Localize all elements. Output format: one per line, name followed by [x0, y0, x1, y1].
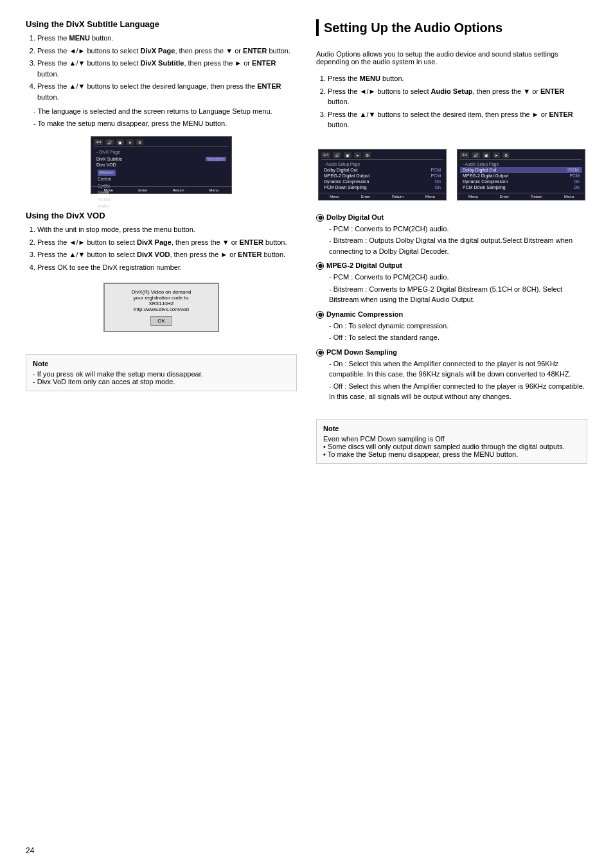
s3-row2: MPEG-2 Digital OutputPCM [460, 173, 582, 179]
divx-vod-section: Using the DivX VOD With the unit in stop… [26, 211, 297, 339]
screen2-menu-label: - Audio Setup Page [321, 162, 443, 166]
divx-subtitle-title: Using the DivX Subtitle Language [26, 19, 297, 29]
step-3: Press the ▲/▼ buttons to select DivX Sub… [37, 58, 297, 79]
audio-step-3: Press the ▲/▼ buttons to select the desi… [328, 109, 587, 130]
dialog-url: http://www.divx.com/vod [111, 306, 211, 312]
screen2-bottom-bar: MenuEnterReturnMenu [319, 193, 446, 199]
audio-screen-2: 3/4 🔊 ▣ ➤ ⚙ - Audio Setup Page Dolby Dig… [457, 149, 585, 200]
dialog-line2: your registration code is: [111, 295, 211, 301]
vod-step-3: Press the ▲/▼ button to select DivX VOD,… [37, 249, 297, 260]
bullet-mpeg2: ❷MPEG-2 Digital Output PCM : Converts to… [316, 261, 587, 305]
step-4: Press the ▲/▼ buttons to select the desi… [37, 81, 297, 102]
vod-step-4: Press OK to see the DivX registration nu… [37, 262, 297, 273]
divx-registration-dialog: DivX(R) Video on demand your registratio… [103, 283, 219, 332]
s2-row3: Dynamic CompressionOn [321, 179, 443, 184]
left-note-item-1: - If you press ok will make the setup me… [33, 370, 290, 378]
left-note-item-2: - Divx VoD item only can acces at stop m… [33, 378, 290, 385]
divx-subtitle-screen: 3/4 🔊 ▣ ➤ ⚙ - DivX Page DivX SubtitleWes… [91, 136, 232, 194]
screen-bottom-bar: Move Enter Return Menu [91, 186, 231, 192]
s2-row2: MPEG-2 Digital OutputPCM [321, 173, 443, 179]
step-1: Press the MENU button. [37, 33, 297, 44]
right-column: Setting Up the Audio Options Audio Optio… [316, 19, 587, 464]
ok-button[interactable]: OK [150, 316, 172, 326]
bullet-dynamic-title: ❸Dynamic Compression [316, 310, 587, 319]
divx-vod-steps: With the unit in stop mode, press the me… [26, 224, 297, 272]
icon-gear: ⚙ [136, 139, 143, 145]
audio-screens-container: 3/4 🔊 ▣ ➤ ⚙ - Audio Setup Page Dolby Dig… [316, 144, 587, 206]
bullet-items-container: ❶Dolby Digital Out PCM : Converts to PCM… [316, 213, 587, 407]
audio-screen-1: 3/4 🔊 ▣ ➤ ⚙ - Audio Setup Page Dolby Dig… [318, 149, 447, 200]
screen3-bottom-bar: MenuEnterReturnMenu [458, 193, 585, 199]
right-note-title: Note [323, 425, 580, 432]
audio-step-1: Press the MENU button. [328, 73, 587, 84]
bullet-mpeg2-list: PCM : Converts to PCM(2CH) audio. Bitstr… [316, 272, 587, 305]
icon-cursor: ➤ [127, 139, 134, 145]
s3-row3: Dynamic CompressionOn [460, 179, 582, 184]
bullet-mpeg2-title: ❷MPEG-2 Digital Output [316, 261, 587, 270]
audio-step-2: Press the ◄/► buttons to select Audio Se… [328, 86, 587, 107]
s3-row1: Dolby Digital OutPCM [460, 167, 582, 173]
step-2: Press the ◄/► buttons to select DivX Pag… [37, 46, 297, 57]
bullet-dolby: ❶Dolby Digital Out PCM : Converts to PCM… [316, 213, 587, 257]
divx-subtitle-section: Using the DivX Subtitle Language Press t… [26, 19, 297, 199]
left-note-title: Note [33, 360, 290, 368]
bullet-pcm: ❹PCM Down Sampling On : Select this when… [316, 348, 587, 402]
left-note-box: Note - If you press ok will make the set… [26, 354, 297, 391]
vod-step-1: With the unit in stop mode, press the me… [37, 224, 297, 235]
divx-subtitle-notes: The language is selected and the screen … [26, 106, 297, 128]
s3-row4: PCM Down SamplingOn [460, 184, 582, 190]
section-intro: Audio Options allows you to setup the au… [316, 50, 587, 66]
divx-vod-title: Using the DivX VOD [26, 211, 297, 220]
icon-speaker: 🔊 [105, 139, 114, 145]
screen2-top-bar: 3/4 🔊 ▣ ➤ ⚙ [321, 152, 443, 160]
page-number: 24 [26, 846, 34, 855]
main-section-title: Setting Up the Audio Options [316, 19, 587, 36]
note-1: The language is selected and the screen … [33, 106, 297, 117]
note-2: To make the setup menu disappear, press … [33, 118, 297, 129]
right-note-box: Note Even when PCM Down sampling is Off … [316, 419, 587, 464]
left-column: Using the DivX Subtitle Language Press t… [26, 19, 297, 464]
s2-row4: PCM Down SamplingOn [321, 184, 443, 190]
screen3-top-bar: 3/4 🔊 ▣ ➤ ⚙ [460, 152, 582, 160]
icon-screen: ▣ [116, 139, 124, 145]
right-note-item-1: • Some discs will only output down sampl… [323, 443, 580, 450]
screen3-menu-label: - Audio Setup Page [460, 162, 582, 166]
bullet-dolby-list: PCM : Converts to PCM(2CH) audio. Bitstr… [316, 224, 587, 257]
vod-step-2: Press the ◄/► button to select DivX Page… [37, 237, 297, 248]
bullet-dolby-title: ❶Dolby Digital Out [316, 213, 587, 222]
dialog-line1: DivX(R) Video on demand [111, 289, 211, 295]
bullet-dynamic-list: On : To select dynamic compression. Off … [316, 321, 587, 343]
page-layout: Using the DivX Subtitle Language Press t… [26, 19, 587, 464]
bullet-pcm-title: ❹PCM Down Sampling [316, 348, 587, 357]
screen-row-divxpage: DivX SubtitleWestern [94, 156, 229, 162]
dialog-code: XR31J4HZ [111, 301, 211, 306]
right-note-item-2: • To make the Setup menu disappear, pres… [323, 450, 580, 458]
divx-subtitle-steps: Press the MENU button. Press the ◄/► but… [26, 33, 297, 102]
bullet-dynamic: ❸Dynamic Compression On : To select dyna… [316, 310, 587, 343]
screen-menu-label: - DivX Page [94, 149, 229, 155]
right-note-intro: Even when PCM Down sampling is Off [323, 435, 580, 443]
bullet-pcm-list: On : Select this when the Amplifier conn… [316, 359, 587, 402]
audio-setup-steps: Press the MENU button. Press the ◄/► but… [316, 73, 587, 132]
screen-row-divxvod: Divx VOD [94, 162, 229, 168]
screen-top-bar: 3/4 🔊 ▣ ➤ ⚙ [94, 139, 229, 147]
s2-row1: Dolby Digital OutPCM [321, 167, 443, 173]
icon-disc: 3/4 [94, 139, 103, 145]
